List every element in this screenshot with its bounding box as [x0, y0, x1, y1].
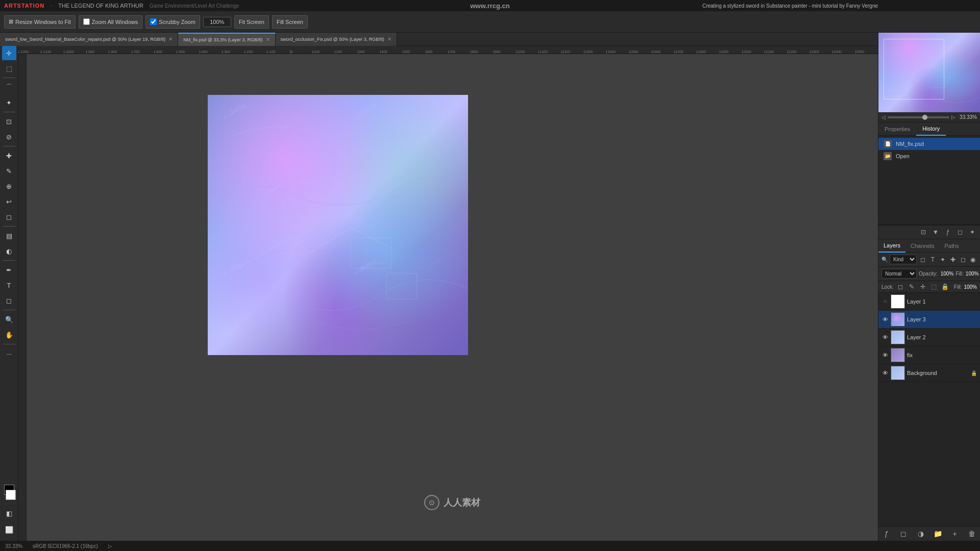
- magic-wand-tool[interactable]: ✦: [2, 95, 16, 110]
- gradient-tool[interactable]: ▤: [2, 229, 16, 243]
- history-item-0[interactable]: 📄 NM_fix.psd: [878, 138, 980, 150]
- healing-tool[interactable]: ✚: [2, 148, 16, 163]
- layer-3-visibility[interactable]: 👁: [881, 352, 889, 359]
- zoom-all-windows-button[interactable]: Zoom All Windows: [79, 15, 142, 29]
- layer-2-thumb: [891, 330, 905, 344]
- lasso-tool[interactable]: ⌒: [2, 80, 16, 94]
- screen-mode-btn[interactable]: ⬜: [2, 522, 16, 537]
- tab-2[interactable]: sword_occlusion_Fix.psd @ 50% (Layer 3, …: [276, 33, 397, 46]
- selection-tool[interactable]: ⬚: [2, 61, 16, 76]
- fit-screen-button[interactable]: Fit Screen: [234, 15, 269, 29]
- canvas-area[interactable]: 人人素材社区 人人素材社区 人人素材社区 人人素材社区 人人素材社区 人人素材社…: [27, 54, 878, 541]
- tab-1-close[interactable]: ✕: [266, 37, 270, 42]
- lock-pixels-btn[interactable]: ✎: [907, 282, 916, 291]
- lock-artboard-btn[interactable]: ⬚: [929, 282, 939, 291]
- move-tool[interactable]: ✛: [2, 46, 16, 60]
- layer-item-2[interactable]: 👁 Layer 2: [878, 329, 980, 346]
- text-tool[interactable]: T: [2, 278, 16, 292]
- layer-options-btn[interactable]: ▼: [931, 228, 940, 237]
- layer-styles-btn[interactable]: ƒ: [881, 529, 892, 539]
- blend-mode-select[interactable]: Normal Multiply Screen Overlay Soft Ligh…: [881, 269, 917, 279]
- shape-tool[interactable]: ◻: [2, 293, 16, 308]
- fill-value-2: 100%: [964, 284, 977, 290]
- properties-tab[interactable]: Properties: [878, 122, 916, 136]
- prop-hist-tabs: Properties History: [878, 122, 980, 136]
- layer-kind-select[interactable]: Kind Name Effect: [890, 255, 917, 264]
- history-item-0-icon: 📄: [884, 140, 892, 148]
- tab-1[interactable]: NM_fix.psd @ 33,3% (Layer 3, RGB/8) ✕: [178, 33, 275, 46]
- crop-tool[interactable]: ⊡: [2, 114, 16, 129]
- svg-point-7: [899, 43, 929, 69]
- history-item-1[interactable]: 📂 Open: [878, 150, 980, 162]
- zoom-tool[interactable]: 🔍: [2, 312, 16, 327]
- toolbar-separator-5: [3, 260, 15, 261]
- layers-tab-label: Layers: [884, 242, 900, 248]
- hand-tool[interactable]: ✋: [2, 328, 16, 342]
- zoom-control: ◁ ▷ 33.33%: [878, 112, 980, 122]
- layers-tab-channels[interactable]: Channels: [905, 239, 939, 253]
- zoom-all-checkbox[interactable]: [83, 18, 90, 25]
- fill-label-2: Fill:: [954, 284, 962, 290]
- layer-group-btn[interactable]: 📁: [933, 529, 943, 539]
- svg-point-1: [284, 154, 335, 189]
- layer-kind-filter-btn[interactable]: ⊡: [919, 228, 928, 237]
- zoom-slider[interactable]: [888, 116, 949, 118]
- scrubby-zoom-button[interactable]: Scrubby Zoom: [145, 15, 200, 29]
- scrubby-zoom-checkbox[interactable]: [150, 18, 157, 25]
- nm-pattern: 人人素材社区 人人素材社区 人人素材社区 人人素材社区 人人素材社区 人人素材社…: [208, 95, 468, 355]
- options-toolbar: ⊠ Resize Windows to Fit Zoom All Windows…: [0, 11, 980, 33]
- eraser-tool[interactable]: ◻: [2, 210, 16, 224]
- layer-item-0[interactable]: 👁 Layer 1: [878, 293, 980, 311]
- layer-item-1[interactable]: 👁 Layer 3: [878, 311, 980, 329]
- lock-position-btn[interactable]: ✛: [918, 282, 927, 291]
- zoom-display[interactable]: 100%: [203, 17, 231, 27]
- tabs-row: sword_low_Sword_Material_BaseColor_repai…: [0, 33, 878, 46]
- stamp-tool[interactable]: ⊕: [2, 179, 16, 193]
- layer-delete-btn[interactable]: 🗑: [967, 529, 977, 539]
- extras-tool[interactable]: ···: [2, 346, 16, 361]
- layer-adjustment-btn[interactable]: ◑: [916, 529, 926, 539]
- layers-list: 👁 Layer 1 👁 Layer 3 👁 Layer 2 👁: [878, 293, 980, 526]
- resize-windows-button[interactable]: ⊠ Resize Windows to Fit: [4, 15, 76, 29]
- top-menu-bar: ARTSTATION · THE LEGEND OF KING ARTHUR G…: [0, 0, 980, 11]
- filter-option-5[interactable]: ◻: [959, 255, 967, 264]
- filter-option-1[interactable]: ◻: [919, 255, 927, 264]
- filter-toggle[interactable]: ◉: [969, 255, 977, 264]
- layer-add-style-btn[interactable]: ƒ: [943, 228, 952, 237]
- fill-screen-button[interactable]: Fill Screen: [272, 15, 308, 29]
- filter-option-4[interactable]: ✚: [949, 255, 957, 264]
- center-watermark: ⊙ 人人素材: [424, 495, 480, 510]
- layer-0-visibility[interactable]: 👁: [881, 298, 889, 305]
- filter-option-3[interactable]: ✦: [939, 255, 947, 264]
- ruler-vertical: [18, 54, 27, 541]
- layer-item-3[interactable]: 👁 fix: [878, 346, 980, 364]
- zoom-out-btn[interactable]: ◁: [881, 114, 886, 120]
- tab-2-close[interactable]: ✕: [387, 36, 391, 42]
- layer-mask-btn[interactable]: ◻: [955, 228, 965, 237]
- background-color[interactable]: [6, 490, 16, 500]
- layer-mask-btn-bottom[interactable]: ◻: [898, 529, 909, 539]
- dodge-tool[interactable]: ◐: [2, 244, 16, 258]
- layers-tab-paths[interactable]: Paths: [940, 239, 964, 253]
- zoom-in-btn[interactable]: ▷: [951, 114, 955, 120]
- eyedropper-tool[interactable]: ⊘: [2, 130, 16, 144]
- layer-item-4[interactable]: 👁 Background 🔒: [878, 364, 980, 382]
- quick-mask-btn[interactable]: ◧: [2, 506, 16, 520]
- layer-1-visibility[interactable]: 👁: [881, 316, 889, 323]
- tab-0[interactable]: sword_low_Sword_Material_BaseColor_repai…: [0, 33, 178, 46]
- layers-tab-layers[interactable]: Layers: [878, 239, 905, 253]
- layer-2-visibility[interactable]: 👁: [881, 334, 889, 341]
- filter-option-2[interactable]: T: [929, 255, 937, 264]
- layer-new-btn[interactable]: +: [950, 529, 960, 539]
- tab-0-close[interactable]: ✕: [168, 36, 173, 42]
- lock-all-btn[interactable]: 🔒: [941, 282, 950, 291]
- layer-smart-btn[interactable]: ✦: [968, 228, 977, 237]
- history-brush-tool[interactable]: ↩: [2, 194, 16, 209]
- history-tab[interactable]: History: [916, 122, 946, 136]
- lock-transparency-btn[interactable]: ◻: [896, 282, 905, 291]
- layer-4-lock-icon: 🔒: [971, 370, 977, 376]
- pen-tool[interactable]: ✒: [2, 263, 16, 277]
- layers-bottom-toolbar: ƒ ◻ ◑ 📁 + 🗑: [878, 526, 980, 541]
- layer-4-visibility[interactable]: 👁: [881, 369, 889, 377]
- brush-tool[interactable]: ✎: [2, 164, 16, 178]
